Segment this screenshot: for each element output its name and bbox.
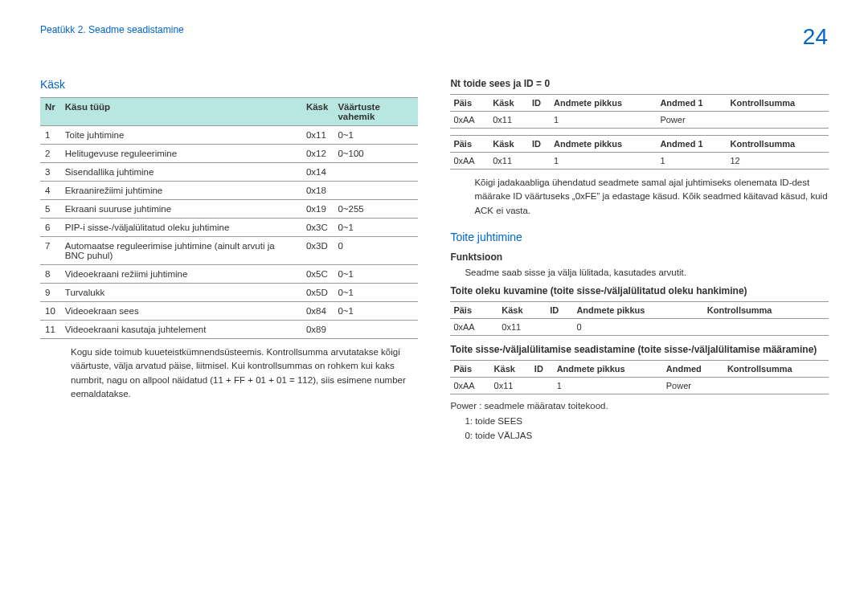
- th-type: Käsu tüüp: [60, 98, 301, 126]
- cell: 0~1: [333, 219, 418, 237]
- cell: Videoekraani režiimi juhtimine: [60, 265, 301, 284]
- table-row: 5Ekraani suuruse juhtimine0x190~255: [40, 200, 418, 219]
- th-id: ID: [529, 136, 551, 153]
- cell: PIP-i sisse-/väljalülitatud oleku juhtim…: [60, 219, 301, 237]
- th-cmd: Käsk: [489, 95, 529, 112]
- th-cs: Kontrollsumma: [727, 136, 829, 153]
- cell: Ekraanirežiimi juhtimine: [60, 182, 301, 200]
- power-off-code: 0: toide VÄLJAS: [465, 428, 828, 443]
- serial-note: Kõigi jadakaabliga ühendatud seadmete sa…: [450, 176, 828, 218]
- cell: 0x11: [498, 318, 547, 335]
- cell: 0x5C: [301, 265, 334, 284]
- cell: [333, 182, 418, 200]
- table-row: 1Toite juhtimine0x110~1: [40, 126, 418, 145]
- table-row: 8Videoekraani režiimi juhtimine0x5C0~1: [40, 265, 418, 284]
- power-code-note: Power : seadmele määratav toitekood.: [450, 401, 828, 411]
- table-row: 0xAA 0x11 1 Power: [450, 112, 828, 129]
- cell: [547, 318, 573, 335]
- th-d1: Andmed 1: [657, 136, 727, 153]
- cell: Automaatse reguleerimise juhtimine (ainu…: [60, 237, 301, 265]
- example-table-2: Päis Käsk ID Andmete pikkus Andmed 1 Kon…: [450, 135, 828, 170]
- cell: 0~1: [333, 126, 418, 145]
- cell: 0xAA: [450, 153, 489, 170]
- section-title-command: Käsk: [40, 78, 418, 91]
- cell: 9: [40, 284, 60, 302]
- cell: 0x18: [301, 182, 334, 200]
- th-range: Väärtuste vahemik: [333, 98, 418, 126]
- table-row: 7Automaatse reguleerimise juhtimine (ain…: [40, 237, 418, 265]
- table-row: 0xAA 0x11 1 1 12: [450, 153, 828, 170]
- table-row: 11Videoekraani kasutaja juhtelement0x89: [40, 321, 418, 339]
- cell: 1: [554, 377, 663, 394]
- cell: Sisendallika juhtimine: [60, 163, 301, 182]
- example-table-1: Päis Käsk ID Andmete pikkus Andmed 1 Kon…: [450, 94, 828, 129]
- cell: 10: [40, 302, 60, 321]
- cell: 0x11: [491, 377, 531, 394]
- cell: 0xAA: [450, 377, 490, 394]
- cell: 0: [573, 318, 703, 335]
- cell: 0~1: [333, 265, 418, 284]
- view-power-title: Toite oleku kuvamine (toite sisse-/välja…: [450, 285, 828, 296]
- set-power-table: Päis Käsk ID Andmete pikkus Andmed Kontr…: [450, 360, 828, 394]
- page-header: Peatükk 2. Seadme seadistamine 24: [40, 24, 828, 50]
- cell: [333, 163, 418, 182]
- cell: [727, 112, 829, 129]
- th-len: Andmete pikkus: [573, 301, 703, 318]
- th-cs: Kontrollsumma: [727, 95, 829, 112]
- th-cmd: Käsk: [301, 98, 334, 126]
- view-power-table: Päis Käsk ID Andmete pikkus Kontrollsumm…: [450, 301, 828, 336]
- cell: 0~255: [333, 200, 418, 219]
- th-cmd: Käsk: [489, 136, 529, 153]
- table-row: 0xAA 0x11 1 Power: [450, 377, 828, 394]
- th-pais: Päis: [450, 95, 489, 112]
- table-row: 3Sisendallika juhtimine0x14: [40, 163, 418, 182]
- cell: 0x11: [489, 112, 529, 129]
- cell: 0x84: [301, 302, 334, 321]
- cell: 12: [727, 153, 829, 170]
- th-nr: Nr: [40, 98, 60, 126]
- cell: 0x19: [301, 200, 334, 219]
- left-column: Käsk Nr Käsu tüüp Käsk Väärtuste vahemik…: [40, 78, 418, 443]
- cell: 8: [40, 265, 60, 284]
- th-id: ID: [547, 301, 573, 318]
- cell: Turvalukk: [60, 284, 301, 302]
- section-title-power: Toite juhtimine: [450, 231, 828, 243]
- cell: 0x3D: [301, 237, 334, 265]
- th-cs: Kontrollsumma: [704, 301, 829, 318]
- page-number: 24: [803, 24, 828, 50]
- cell: 1: [551, 112, 657, 129]
- th-id: ID: [531, 360, 554, 377]
- hex-note: Kogu side toimub kuueteistkümnendsüsteem…: [40, 345, 418, 401]
- cell: [333, 321, 418, 339]
- cell: [529, 112, 551, 129]
- th-cmd: Käsk: [491, 360, 531, 377]
- th-len: Andmete pikkus: [554, 360, 663, 377]
- power-on-code: 1: toide SEES: [465, 414, 828, 428]
- cell: [531, 377, 554, 394]
- table-row: 2Helitugevuse reguleerimine0x120~100: [40, 145, 418, 163]
- cell: 11: [40, 321, 60, 339]
- right-column: Nt toide sees ja ID = 0 Päis Käsk ID And…: [450, 78, 828, 443]
- cell: 0xAA: [450, 318, 498, 335]
- th-len: Andmete pikkus: [551, 95, 657, 112]
- th-cs: Kontrollsumma: [724, 360, 829, 377]
- cell: 0x5D: [301, 284, 334, 302]
- example-title: Nt toide sees ja ID = 0: [450, 78, 828, 89]
- th-d1: Andmed: [663, 360, 724, 377]
- cell: 0x11: [489, 153, 529, 170]
- cell: 4: [40, 182, 60, 200]
- cell: 0~100: [333, 145, 418, 163]
- cell: 0x89: [301, 321, 334, 339]
- cell: [724, 377, 829, 394]
- cell: Videoekraan sees: [60, 302, 301, 321]
- cell: Toite juhtimine: [60, 126, 301, 145]
- table-row: 10Videoekraan sees0x840~1: [40, 302, 418, 321]
- power-codes: 1: toide SEES 0: toide VÄLJAS: [450, 414, 828, 443]
- cell: 0: [333, 237, 418, 265]
- function-text: Seadme saab sisse ja välja lülitada, kas…: [450, 268, 828, 277]
- table-row: 6PIP-i sisse-/väljalülitatud oleku juhti…: [40, 219, 418, 237]
- breadcrumb: Peatükk 2. Seadme seadistamine: [40, 24, 184, 35]
- th-cmd: Käsk: [498, 301, 547, 318]
- th-pais: Päis: [450, 136, 489, 153]
- th-len: Andmete pikkus: [551, 136, 657, 153]
